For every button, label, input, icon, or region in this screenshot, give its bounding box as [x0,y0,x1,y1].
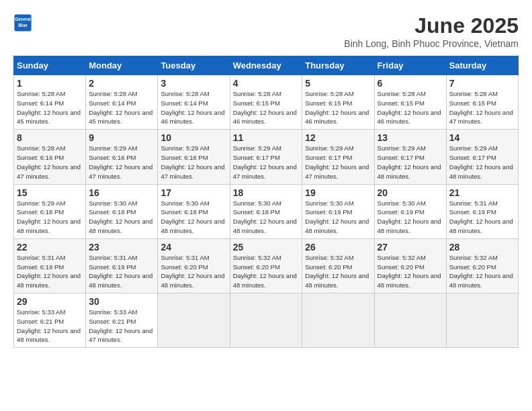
day-info: Sunrise: 5:31 AMSunset: 6:19 PMDaylight:… [17,254,81,289]
day-info: Sunrise: 5:28 AMSunset: 6:16 PMDaylight:… [17,144,81,179]
calendar-cell: 21 Sunrise: 5:31 AMSunset: 6:19 PMDaylig… [446,184,518,238]
day-number: 16 [89,187,154,198]
day-number: 25 [233,242,300,253]
day-info: Sunrise: 5:31 AMSunset: 6:20 PMDaylight:… [161,254,224,289]
day-number: 19 [305,187,371,198]
calendar-cell: 7 Sunrise: 5:28 AMSunset: 6:15 PMDayligh… [446,75,518,130]
day-number: 30 [89,296,154,307]
day-info: Sunrise: 5:29 AMSunset: 6:18 PMDaylight:… [17,199,81,234]
calendar-cell: 27 Sunrise: 5:32 AMSunset: 6:20 PMDaylig… [374,238,446,293]
day-number: 11 [233,132,300,143]
day-number: 28 [449,242,515,253]
calendar-cell [230,293,302,348]
col-friday: Friday [374,56,446,75]
calendar-cell: 30 Sunrise: 5:33 AMSunset: 6:21 PMDaylig… [86,293,158,348]
day-info: Sunrise: 5:30 AMSunset: 6:19 PMDaylight:… [305,199,369,234]
calendar-cell [374,293,446,348]
day-info: Sunrise: 5:28 AMSunset: 6:15 PMDaylight:… [233,90,297,125]
day-number: 21 [449,187,515,198]
day-info: Sunrise: 5:32 AMSunset: 6:20 PMDaylight:… [378,254,441,289]
day-info: Sunrise: 5:33 AMSunset: 6:21 PMDaylight:… [17,308,81,343]
calendar-table: Sunday Monday Tuesday Wednesday Thursday… [13,56,519,348]
day-number: 27 [378,242,443,253]
calendar-cell: 22 Sunrise: 5:31 AMSunset: 6:19 PMDaylig… [14,238,86,293]
day-info: Sunrise: 5:28 AMSunset: 6:14 PMDaylight:… [89,90,152,125]
calendar-cell: 24 Sunrise: 5:31 AMSunset: 6:20 PMDaylig… [158,238,230,293]
day-info: Sunrise: 5:29 AMSunset: 6:17 PMDaylight:… [233,144,297,179]
day-number: 2 [89,78,154,89]
calendar-cell: 23 Sunrise: 5:31 AMSunset: 6:19 PMDaylig… [86,238,158,293]
day-info: Sunrise: 5:28 AMSunset: 6:15 PMDaylight:… [449,90,513,125]
day-number: 29 [17,296,83,307]
col-sunday: Sunday [14,56,86,75]
day-info: Sunrise: 5:30 AMSunset: 6:18 PMDaylight:… [161,199,224,234]
calendar-cell [158,293,230,348]
day-info: Sunrise: 5:28 AMSunset: 6:14 PMDaylight:… [17,90,81,125]
day-info: Sunrise: 5:29 AMSunset: 6:17 PMDaylight:… [305,144,369,179]
calendar-cell: 13 Sunrise: 5:29 AMSunset: 6:17 PMDaylig… [374,130,446,184]
calendar-week-5: 29 Sunrise: 5:33 AMSunset: 6:21 PMDaylig… [14,293,519,348]
day-number: 7 [449,78,515,89]
calendar-cell: 2 Sunrise: 5:28 AMSunset: 6:14 PMDayligh… [86,75,158,130]
day-info: Sunrise: 5:32 AMSunset: 6:20 PMDaylight:… [233,254,297,289]
calendar-cell: 14 Sunrise: 5:29 AMSunset: 6:17 PMDaylig… [446,130,518,184]
calendar-week-3: 15 Sunrise: 5:29 AMSunset: 6:18 PMDaylig… [14,184,519,238]
day-number: 9 [89,132,154,143]
day-info: Sunrise: 5:30 AMSunset: 6:19 PMDaylight:… [378,199,441,234]
calendar-cell: 12 Sunrise: 5:29 AMSunset: 6:17 PMDaylig… [302,130,374,184]
day-info: Sunrise: 5:28 AMSunset: 6:15 PMDaylight:… [378,90,441,125]
day-number: 15 [17,187,83,198]
col-tuesday: Tuesday [158,56,230,75]
calendar-cell: 29 Sunrise: 5:33 AMSunset: 6:21 PMDaylig… [14,293,86,348]
day-info: Sunrise: 5:33 AMSunset: 6:21 PMDaylight:… [89,308,152,343]
calendar-cell: 15 Sunrise: 5:29 AMSunset: 6:18 PMDaylig… [14,184,86,238]
day-info: Sunrise: 5:28 AMSunset: 6:14 PMDaylight:… [161,90,224,125]
day-number: 12 [305,132,371,143]
day-number: 1 [17,78,83,89]
day-number: 26 [305,242,371,253]
calendar-week-2: 8 Sunrise: 5:28 AMSunset: 6:16 PMDayligh… [14,130,519,184]
day-info: Sunrise: 5:30 AMSunset: 6:18 PMDaylight:… [233,199,297,234]
calendar-cell: 9 Sunrise: 5:29 AMSunset: 6:16 PMDayligh… [86,130,158,184]
calendar-week-4: 22 Sunrise: 5:31 AMSunset: 6:19 PMDaylig… [14,238,519,293]
calendar-cell: 10 Sunrise: 5:29 AMSunset: 6:16 PMDaylig… [158,130,230,184]
day-number: 24 [161,242,226,253]
header: General Blue June 2025 Binh Long, Binh P… [13,13,519,49]
calendar-cell: 28 Sunrise: 5:32 AMSunset: 6:20 PMDaylig… [446,238,518,293]
day-number: 17 [161,187,226,198]
day-number: 18 [233,187,300,198]
calendar-cell: 8 Sunrise: 5:28 AMSunset: 6:16 PMDayligh… [14,130,86,184]
day-info: Sunrise: 5:32 AMSunset: 6:20 PMDaylight:… [305,254,369,289]
day-number: 5 [305,78,371,89]
calendar-cell: 18 Sunrise: 5:30 AMSunset: 6:18 PMDaylig… [230,184,302,238]
calendar-cell: 1 Sunrise: 5:28 AMSunset: 6:14 PMDayligh… [14,75,86,130]
calendar-cell: 16 Sunrise: 5:30 AMSunset: 6:18 PMDaylig… [86,184,158,238]
title-area: June 2025 Binh Long, Binh Phuoc Province… [344,13,519,49]
svg-text:General: General [15,17,31,21]
page-title: June 2025 [344,13,519,38]
col-saturday: Saturday [446,56,518,75]
page-subtitle: Binh Long, Binh Phuoc Province, Vietnam [344,38,519,49]
calendar-cell: 20 Sunrise: 5:30 AMSunset: 6:19 PMDaylig… [374,184,446,238]
calendar-cell [302,293,374,348]
day-info: Sunrise: 5:29 AMSunset: 6:16 PMDaylight:… [89,144,152,179]
day-number: 10 [161,132,226,143]
calendar-cell: 4 Sunrise: 5:28 AMSunset: 6:15 PMDayligh… [230,75,302,130]
logo-icon: General Blue [13,13,32,32]
day-info: Sunrise: 5:30 AMSunset: 6:18 PMDaylight:… [89,199,152,234]
calendar-cell: 25 Sunrise: 5:32 AMSunset: 6:20 PMDaylig… [230,238,302,293]
day-info: Sunrise: 5:29 AMSunset: 6:16 PMDaylight:… [161,144,224,179]
day-number: 23 [89,242,154,253]
day-number: 22 [17,242,83,253]
day-number: 13 [378,132,443,143]
day-info: Sunrise: 5:31 AMSunset: 6:19 PMDaylight:… [449,199,513,234]
col-thursday: Thursday [302,56,374,75]
day-info: Sunrise: 5:29 AMSunset: 6:17 PMDaylight:… [378,144,441,179]
svg-text:Blue: Blue [18,23,28,28]
calendar-week-1: 1 Sunrise: 5:28 AMSunset: 6:14 PMDayligh… [14,75,519,130]
col-wednesday: Wednesday [230,56,302,75]
day-number: 4 [233,78,300,89]
day-info: Sunrise: 5:32 AMSunset: 6:20 PMDaylight:… [449,254,513,289]
calendar-cell: 6 Sunrise: 5:28 AMSunset: 6:15 PMDayligh… [374,75,446,130]
calendar-cell: 11 Sunrise: 5:29 AMSunset: 6:17 PMDaylig… [230,130,302,184]
